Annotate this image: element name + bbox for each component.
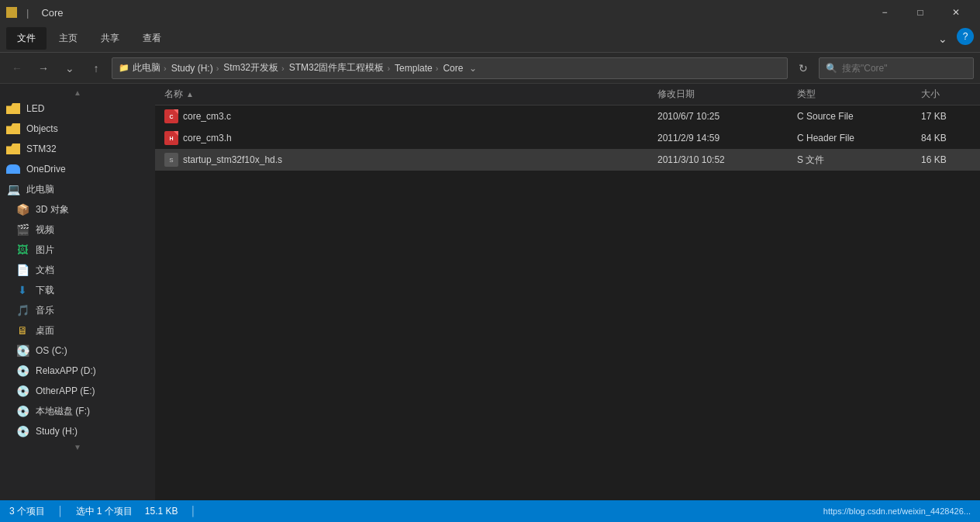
sidebar-item-drive-f[interactable]: 💿 本地磁盘 (F:) [0, 401, 155, 421]
tab-file[interactable]: 文件 [6, 27, 47, 50]
close-button[interactable]: ✕ [938, 0, 974, 25]
file-row[interactable]: H core_cm3.h 2011/2/9 14:59 C Header Fil… [155, 127, 980, 149]
file-type-cell: S 文件 [791, 154, 915, 167]
sidebar-item-drive-c[interactable]: 💽 OS (C:) [0, 341, 155, 361]
sidebar-item-video[interactable]: 🎬 视频 [0, 220, 155, 240]
sidebar-item-drive-h[interactable]: 💿 Study (H:) [0, 421, 155, 441]
selected-info: 选中 1 个项目 [76, 505, 133, 518]
file-row-selected[interactable]: S startup_stm32f10x_hd.s 2011/3/10 10:52… [155, 149, 980, 171]
address-part-core: Core [443, 63, 463, 74]
sidebar-item-music[interactable]: 🎵 音乐 [0, 300, 155, 320]
file-name-cell: S startup_stm32f10x_hd.s [158, 153, 651, 167]
pictures-icon: 🖼 [16, 244, 29, 256]
maximize-button[interactable]: □ [902, 0, 938, 25]
sidebar-item-3d[interactable]: 📦 3D 对象 [0, 199, 155, 220]
search-input[interactable] [842, 63, 967, 74]
expand-ribbon-button[interactable]: ⌄ [932, 28, 954, 50]
minimize-button[interactable]: − [867, 0, 902, 25]
window-icon [6, 7, 20, 18]
col-header-name[interactable]: 名称 ▲ [158, 88, 651, 101]
search-box[interactable]: 🔍 [819, 57, 974, 79]
documents-icon: 📄 [16, 264, 29, 276]
sidebar-item-this-pc[interactable]: 💻 此电脑 [0, 179, 155, 199]
music-icon: 🎵 [16, 304, 29, 316]
scroll-down-indicator: ▼ [0, 441, 155, 453]
recent-locations-button[interactable]: ⌄ [59, 57, 81, 79]
c-file-icon: H [164, 131, 178, 145]
col-header-type[interactable]: 类型 [791, 88, 915, 101]
file-modified-cell: 2010/6/7 10:25 [651, 111, 791, 122]
downloads-icon: ⬇ [16, 284, 29, 296]
ribbon: 文件 主页 共享 查看 ⌄ ? [0, 25, 980, 53]
drive-d-icon: 💿 [16, 365, 29, 377]
this-pc-icon: 💻 [6, 183, 20, 195]
sidebar-item-stm32[interactable]: STM32 [0, 139, 155, 159]
addressbar: ← → ⌄ ↑ 📁 此电脑 › Study (H:) › Stm32开发板 › … [0, 53, 980, 84]
folder-icon-led [6, 102, 20, 115]
address-part-stm32: Stm32开发板 › [223, 61, 285, 74]
file-size-cell: 84 KB [915, 133, 977, 143]
sidebar-item-objects[interactable]: Objects [0, 119, 155, 139]
back-button[interactable]: ← [6, 57, 28, 79]
sidebar-item-drive-d[interactable]: 💿 RelaxAPP (D:) [0, 361, 155, 381]
folder-icon-stm32 [6, 143, 20, 155]
col-header-size[interactable]: 大小 [915, 88, 977, 101]
drive-h-icon: 💿 [16, 425, 29, 437]
size-info: 15.1 KB [145, 506, 178, 517]
drive-c-icon: 💽 [16, 344, 29, 357]
column-headers: 名称 ▲ 修改日期 类型 大小 [155, 84, 980, 105]
tab-view[interactable]: 查看 [132, 27, 172, 50]
onedrive-icon [6, 163, 20, 175]
3d-icon: 📦 [16, 203, 29, 216]
search-icon: 🔍 [826, 63, 837, 74]
drive-f-icon: 💿 [16, 405, 29, 417]
sidebar-item-led[interactable]: LED [0, 99, 155, 119]
folder-icon-objects [6, 123, 20, 135]
sidebar-item-onedrive[interactable]: OneDrive [0, 159, 155, 179]
file-size-cell: 17 KB [915, 111, 977, 122]
col-header-modified[interactable]: 修改日期 [651, 88, 791, 101]
help-button[interactable]: ? [957, 28, 974, 45]
statusbar: 3 个项目 │ 选中 1 个项目 15.1 KB │ https://blog.… [0, 500, 980, 522]
address-dropdown-button[interactable]: ⌄ [469, 63, 477, 74]
sidebar-item-documents[interactable]: 📄 文档 [0, 260, 155, 280]
video-icon: 🎬 [16, 223, 29, 236]
file-list: 名称 ▲ 修改日期 类型 大小 C core_cm3.c 2010/6/7 [155, 84, 980, 500]
address-bar[interactable]: 📁 此电脑 › Study (H:) › Stm32开发板 › STM32固件库… [112, 57, 788, 79]
address-part-lib: STM32固件库工程模板 › [289, 61, 392, 74]
ribbon-expand-controls: ⌄ ? [932, 28, 974, 50]
sort-arrow-name: ▲ [186, 90, 194, 99]
refresh-button[interactable]: ↻ [792, 57, 814, 79]
sidebar-item-desktop[interactable]: 🖥 桌面 [0, 320, 155, 341]
blog-url: https://blog.csdn.net/weixin_4428426... [823, 506, 971, 516]
drive-e-icon: 💿 [16, 385, 29, 397]
sidebar-item-downloads[interactable]: ⬇ 下载 [0, 280, 155, 300]
file-size-cell: 16 KB [915, 154, 977, 165]
sidebar: ▲ LED Objects STM32 OneDrive [0, 84, 155, 500]
tab-share[interactable]: 共享 [90, 27, 130, 50]
file-modified-cell: 2011/2/9 14:59 [651, 133, 791, 143]
address-part-pc: 此电脑 › [133, 61, 168, 74]
scroll-up-indicator: ▲ [0, 87, 155, 99]
file-type-cell: C Header File [791, 133, 915, 143]
forward-button[interactable]: → [33, 57, 54, 79]
main-panel: ▲ LED Objects STM32 OneDrive [0, 84, 980, 500]
sidebar-item-pictures[interactable]: 🖼 图片 [0, 240, 155, 260]
s-file-icon: S [164, 153, 178, 167]
up-button[interactable]: ↑ [85, 57, 107, 79]
address-part-template: Template › [395, 63, 440, 74]
desktop-icon: 🖥 [16, 324, 29, 337]
file-modified-cell: 2011/3/10 10:52 [651, 154, 791, 165]
address-part-study: Study (H:) › [171, 63, 221, 74]
app-icon [6, 7, 17, 18]
file-type-cell: C Source File [791, 111, 915, 122]
items-count: 3 个项目 [9, 505, 45, 518]
sidebar-item-drive-e[interactable]: 💿 OtherAPP (E:) [0, 381, 155, 401]
titlebar: | Core − □ ✕ [0, 0, 980, 25]
address-folder-icon: 📁 [119, 63, 129, 73]
window-title: Core [41, 7, 63, 19]
file-row[interactable]: C core_cm3.c 2010/6/7 10:25 C Source Fil… [155, 105, 980, 127]
c-file-icon: C [164, 109, 178, 123]
tab-home[interactable]: 主页 [48, 27, 88, 50]
file-name-cell: C core_cm3.c [158, 109, 651, 123]
